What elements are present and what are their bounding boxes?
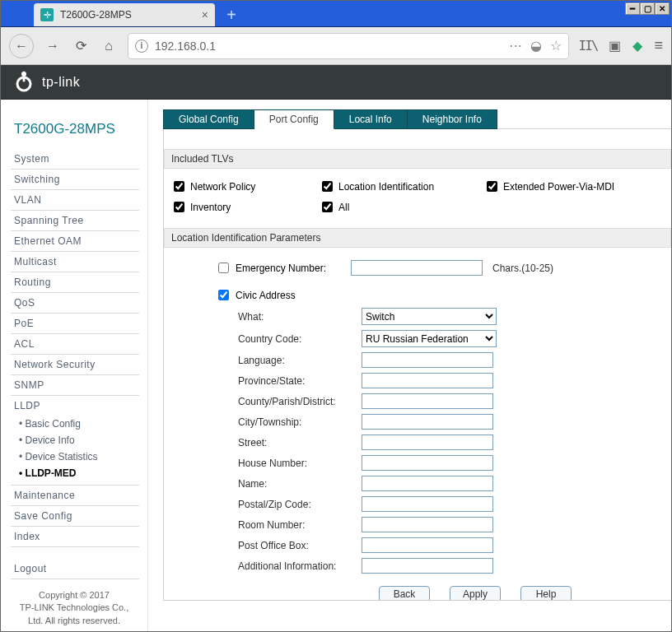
province-input[interactable]	[362, 373, 493, 388]
shield-icon[interactable]: ◒	[530, 38, 542, 53]
help-button[interactable]: Help	[520, 586, 572, 601]
emergency-label: Emergency Number:	[236, 263, 351, 274]
field-label: Postal/Zip Code:	[164, 499, 362, 510]
field-label: Room Number:	[164, 519, 362, 531]
app-header: tp-link	[1, 65, 671, 100]
tlv-checkbox[interactable]	[174, 202, 184, 212]
sidebar-item-ethernet-oam[interactable]: Ethernet OAM	[11, 231, 139, 252]
sidebar-sub-device-info[interactable]: • Device Info	[11, 432, 139, 448]
emergency-checkbox[interactable]	[218, 263, 229, 273]
additional-input[interactable]	[362, 558, 493, 574]
field-label: Province/State:	[164, 375, 362, 387]
field-label: City/Township:	[164, 416, 362, 428]
sidebar-item-lldp[interactable]: LLDP	[11, 396, 139, 416]
country-select[interactable]: RU Russian Federation	[362, 330, 497, 347]
row-street: Street:	[164, 432, 671, 453]
app-body: T2600G-28MPS System Switching VLAN Spann…	[1, 100, 671, 631]
sidebar-item-poe[interactable]: PoE	[11, 314, 139, 334]
city-input[interactable]	[362, 414, 493, 430]
row-postal: Postal/Zip Code:	[164, 494, 671, 514]
window-minimize-button[interactable]: ━	[625, 2, 640, 15]
sidebar-item-switching[interactable]: Switching	[11, 170, 139, 190]
tlv-checkbox[interactable]	[487, 181, 497, 192]
row-civic-address: Civic Address	[164, 285, 671, 305]
sidebar-item-logout[interactable]: Logout	[11, 559, 139, 579]
sidebar-icon[interactable]: ▣	[609, 38, 621, 53]
civic-label: Civic Address	[236, 290, 296, 301]
sidebar-item-maintenance[interactable]: Maintenance	[11, 486, 139, 506]
sidebar-sub-lldp-med[interactable]: • LLDP-MED	[11, 465, 139, 481]
sidebar-item-save-config[interactable]: Save Config	[11, 506, 139, 527]
street-input[interactable]	[362, 434, 493, 450]
nav-home-button[interactable]: ⌂	[100, 37, 118, 55]
sidebar-item-network-security[interactable]: Network Security	[11, 355, 139, 375]
brand-logo: tp-link	[12, 71, 80, 94]
content-area: Global Config Port Config Local Info Nei…	[147, 100, 672, 631]
sidebar-sub-basic-config[interactable]: • Basic Config	[11, 416, 139, 432]
country-label: Country Code:	[164, 333, 362, 345]
tab-global-config[interactable]: Global Config	[163, 109, 254, 129]
site-info-icon[interactable]: i	[135, 40, 148, 53]
sidebar-item-snmp[interactable]: SNMP	[11, 375, 139, 396]
sidebar-item-qos[interactable]: QoS	[11, 293, 139, 314]
tlvs-grid: Network Policy Location Identification E…	[164, 175, 671, 228]
tlv-extended-power[interactable]: Extended Power-Via-MDI	[483, 179, 665, 194]
lldp-submenu: • Basic Config • Device Info • Device St…	[11, 416, 139, 486]
browser-toolbar: ← → ⟳ ⌂ i 192.168.0.1 ⋯ ◒ ☆ II\ ▣ ◆ ≡	[1, 27, 671, 65]
tlv-all[interactable]: All	[319, 199, 483, 215]
new-tab-button[interactable]: +	[220, 3, 243, 26]
protection-shield-icon[interactable]: ◆	[632, 38, 642, 53]
menu-icon[interactable]: ≡	[654, 37, 663, 54]
tlv-label: Inventory	[190, 202, 231, 213]
pobox-input[interactable]	[362, 537, 493, 553]
tlv-label: Network Policy	[190, 181, 255, 193]
civic-checkbox[interactable]	[218, 290, 229, 300]
name-input[interactable]	[362, 476, 493, 491]
what-select[interactable]: Switch	[362, 308, 497, 325]
back-button[interactable]: Back	[379, 586, 430, 601]
nav-forward-button[interactable]: →	[44, 37, 62, 55]
tlv-location-identification[interactable]: Location Identification	[319, 179, 483, 194]
apply-button[interactable]: Apply	[450, 586, 501, 601]
browser-tab[interactable]: ✛ T2600G-28MPS ×	[34, 3, 215, 26]
sidebar-item-vlan[interactable]: VLAN	[11, 190, 139, 211]
tab-port-config[interactable]: Port Config	[254, 109, 334, 129]
house-number-input[interactable]	[362, 455, 493, 471]
page-actions-icon[interactable]: ⋯	[509, 38, 522, 53]
sidebar-item-acl[interactable]: ACL	[11, 334, 139, 355]
tab-neighbor-info[interactable]: Neighbor Info	[408, 109, 497, 129]
device-name: T2600G-28MPS	[1, 108, 147, 149]
sidebar-item-spanning-tree[interactable]: Spanning Tree	[11, 211, 139, 231]
sidebar: T2600G-28MPS System Switching VLAN Spann…	[1, 100, 147, 631]
tab-close-icon[interactable]: ×	[202, 8, 208, 21]
room-input[interactable]	[362, 517, 493, 532]
what-label: What:	[164, 311, 362, 323]
sidebar-item-index[interactable]: Index	[11, 527, 139, 547]
bookmark-star-icon[interactable]: ☆	[550, 38, 562, 53]
emergency-input[interactable]	[351, 260, 483, 276]
county-input[interactable]	[362, 393, 493, 409]
content-scroll[interactable]: Included TLVs Network Policy Location Id…	[163, 128, 672, 601]
window-close-button[interactable]: ✕	[655, 2, 670, 15]
tlv-checkbox[interactable]	[322, 181, 333, 192]
url-bar[interactable]: i 192.168.0.1 ⋯ ◒ ☆	[128, 33, 569, 59]
tab-local-info[interactable]: Local Info	[334, 109, 408, 129]
sidebar-item-routing[interactable]: Routing	[11, 272, 139, 293]
nav-back-button[interactable]: ←	[9, 34, 34, 58]
library-icon[interactable]: II\	[579, 38, 598, 53]
inner-tabs: Global Config Port Config Local Info Nei…	[163, 109, 672, 129]
sidebar-item-system[interactable]: System	[11, 149, 139, 170]
sidebar-item-multicast[interactable]: Multicast	[11, 252, 139, 272]
tlv-inventory[interactable]: Inventory	[170, 199, 319, 215]
sidebar-sub-label: Device Statistics	[26, 451, 98, 462]
row-house-number: House Number:	[164, 453, 671, 473]
nav-reload-button[interactable]: ⟳	[72, 37, 90, 55]
window-titlebar: ✛ T2600G-28MPS × + ━ ▢ ✕	[1, 1, 671, 27]
language-input[interactable]	[362, 352, 493, 368]
postal-input[interactable]	[362, 496, 493, 512]
tlv-checkbox[interactable]	[174, 181, 184, 192]
sidebar-sub-device-statistics[interactable]: • Device Statistics	[11, 448, 139, 465]
tlv-checkbox[interactable]	[322, 202, 333, 212]
tlv-network-policy[interactable]: Network Policy	[170, 179, 319, 194]
window-maximize-button[interactable]: ▢	[640, 2, 655, 15]
